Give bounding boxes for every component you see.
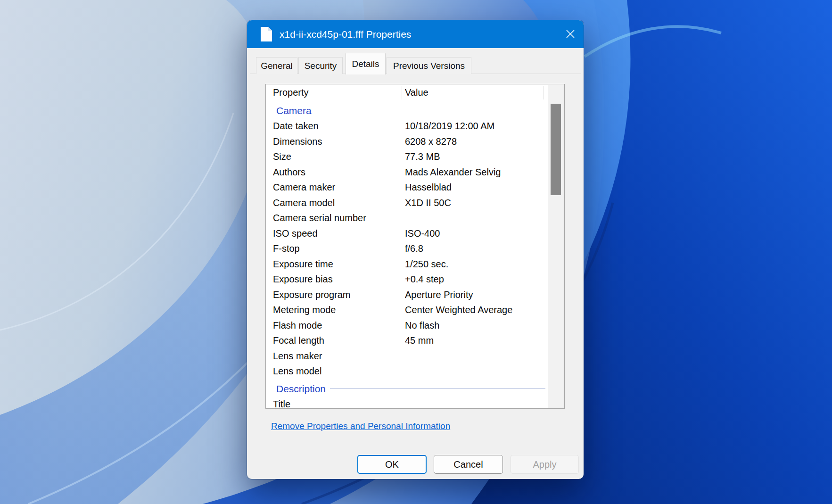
section-rule [316, 111, 545, 111]
tab-general[interactable]: General [256, 57, 297, 74]
remove-properties-link[interactable]: Remove Properties and Personal Informati… [271, 421, 450, 431]
properties-dialog: x1d-ii-xcd45p-01.fff Properties General … [247, 20, 584, 479]
cancel-button[interactable]: Cancel [434, 455, 503, 474]
ok-button[interactable]: OK [357, 455, 427, 474]
property-row[interactable]: Camera makerHasselblad [266, 180, 564, 195]
property-row[interactable]: Title [266, 397, 564, 409]
property-value: Mads Alexander Selvig [405, 167, 501, 178]
tab-security[interactable]: Security [298, 57, 343, 74]
property-row[interactable]: Dimensions6208 x 8278 [266, 134, 564, 149]
title-bar[interactable]: x1d-ii-xcd45p-01.fff Properties [247, 20, 584, 48]
property-label: Metering mode [273, 305, 336, 315]
property-label: Date taken [273, 121, 319, 132]
apply-button[interactable]: Apply [511, 455, 579, 474]
property-row[interactable]: Metering modeCenter Weighted Average [266, 302, 564, 318]
column-header-value: Value [405, 87, 428, 98]
column-divider [543, 86, 544, 99]
tab-previous-versions-label: Previous Versions [393, 61, 465, 71]
property-row[interactable]: Lens maker [266, 348, 564, 364]
property-value: 45 mm [405, 335, 434, 346]
property-label: F-stop [273, 243, 300, 254]
property-value: 1/250 sec. [405, 259, 448, 270]
file-document-icon [260, 26, 272, 42]
property-label: Lens maker [273, 351, 322, 362]
property-label: Authors [273, 167, 305, 178]
property-value: 6208 x 8278 [405, 136, 457, 147]
property-label: Camera serial number [273, 213, 366, 223]
tab-general-label: General [261, 61, 293, 71]
property-row[interactable]: Exposure bias+0.4 step [266, 272, 564, 287]
property-value: X1D II 50C [405, 198, 451, 208]
property-label: Title [273, 399, 290, 409]
property-value: ISO-400 [405, 228, 440, 239]
property-label: Flash mode [273, 320, 322, 331]
property-value: Center Weighted Average [405, 305, 512, 315]
tab-details-label: Details [352, 59, 379, 69]
section-header: Description [266, 381, 564, 397]
property-row[interactable]: Exposure programAperture Priority [266, 287, 564, 303]
property-value: f/6.8 [405, 243, 423, 254]
property-label: Lens model [273, 366, 321, 377]
property-label: Camera maker [273, 182, 335, 193]
property-row[interactable]: Camera serial number [266, 210, 564, 226]
column-header-property: Property [273, 87, 309, 98]
property-label: ISO speed [273, 228, 318, 239]
property-label: Exposure program [273, 289, 351, 300]
property-row[interactable]: Lens model [266, 364, 564, 379]
tab-security-label: Security [305, 61, 337, 71]
vertical-scrollbar[interactable] [548, 85, 564, 409]
section-name: Camera [276, 105, 312, 116]
details-property-list: Property Value CameraDate taken10/18/201… [265, 84, 565, 409]
property-value: No flash [405, 320, 439, 331]
section-rule [330, 388, 545, 389]
property-value: 10/18/2019 12:00 AM [405, 121, 494, 132]
property-row[interactable]: Focal length45 mm [266, 333, 564, 348]
property-label: Dimensions [273, 136, 322, 147]
list-header: Property Value [266, 84, 564, 101]
property-row[interactable]: F-stopf/6.8 [266, 241, 564, 256]
property-row[interactable]: Size77.3 MB [266, 149, 564, 165]
property-value: Hasselblad [405, 182, 452, 193]
property-value: 77.3 MB [405, 151, 440, 162]
section-header: Camera [266, 103, 564, 118]
column-divider [402, 86, 402, 99]
property-row[interactable]: Date taken10/18/2019 12:00 AM [266, 118, 564, 134]
window-title: x1d-ii-xcd45p-01.fff Properties [280, 29, 411, 40]
close-button[interactable] [560, 23, 581, 45]
tab-details[interactable]: Details [346, 53, 386, 74]
property-row[interactable]: ISO speedISO-400 [266, 226, 564, 241]
property-row[interactable]: Exposure time1/250 sec. [266, 256, 564, 272]
property-label: Size [273, 151, 291, 162]
property-row[interactable]: Flash modeNo flash [266, 318, 564, 333]
tab-previous-versions[interactable]: Previous Versions [387, 57, 471, 74]
property-value: +0.4 step [405, 274, 444, 285]
desktop: x1d-ii-xcd45p-01.fff Properties General … [0, 0, 832, 504]
property-row[interactable]: AuthorsMads Alexander Selvig [266, 165, 564, 180]
property-value: Aperture Priority [405, 289, 473, 300]
property-label: Exposure bias [273, 274, 333, 285]
scrollbar-thumb[interactable] [551, 104, 561, 195]
section-name: Description [276, 383, 326, 395]
property-label: Focal length [273, 335, 324, 346]
property-label: Exposure time [273, 259, 333, 270]
property-row[interactable]: Camera modelX1D II 50C [266, 195, 564, 211]
property-label: Camera model [273, 198, 335, 208]
details-list-body: CameraDate taken10/18/2019 12:00 AMDimen… [266, 103, 564, 409]
close-icon [565, 28, 576, 40]
